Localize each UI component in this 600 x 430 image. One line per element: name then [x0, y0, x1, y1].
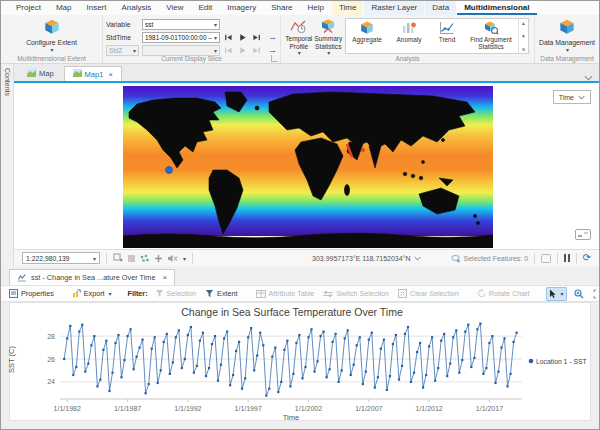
- contents-pane-label: Contents: [4, 68, 11, 266]
- anomaly-label: Anomaly: [397, 36, 422, 43]
- configure-extent-button[interactable]: Configure Extent ▾: [23, 17, 81, 54]
- play-slices-button[interactable]: [237, 32, 248, 43]
- temporal-profile-label: Temporal Profile: [284, 35, 314, 50]
- trend-label: Trend: [439, 36, 455, 43]
- group-label-analysis: Analysis: [281, 55, 534, 62]
- snapping-icon[interactable]: [140, 254, 150, 263]
- coordinates-readout[interactable]: 303.9957173°E 118.7152034°N: [312, 255, 421, 262]
- time-dropdown-label: Time: [559, 94, 574, 101]
- svg-text:1/1/2002: 1/1/2002: [295, 405, 322, 412]
- pause-drawing-icon[interactable]: [564, 254, 570, 262]
- select-mode-button[interactable]: ▾: [546, 287, 567, 301]
- scale-value: 1:222,980,139: [26, 255, 69, 262]
- dialog-launcher-icon[interactable]: [271, 55, 278, 62]
- filter-icon: [205, 289, 214, 298]
- ribbon-tab-bar: ProjectMapInsertAnalysisViewEditImageryS…: [1, 1, 599, 15]
- view-tab-map[interactable]: Map: [19, 66, 62, 81]
- group-data-management: Data Management ▾ Data Management: [535, 15, 599, 63]
- close-icon[interactable]: ×: [163, 273, 168, 282]
- filter-icon: [155, 289, 164, 298]
- step-z-forward-icon[interactable]: →: [268, 46, 277, 55]
- gallery-down-icon[interactable]: ▾: [522, 33, 525, 39]
- chevron-down-icon: ▾: [93, 255, 96, 262]
- previous-slice-button[interactable]: [223, 32, 234, 43]
- view-tab-map1-label: Map1: [85, 70, 104, 79]
- menu-tab-insert[interactable]: Insert: [79, 1, 113, 15]
- menu-tab-project[interactable]: Project: [9, 1, 48, 15]
- group-multidimensional-extent: Configure Extent ▾ Multidimensional Exte…: [1, 15, 103, 63]
- add-bookmark-icon[interactable]: [113, 253, 123, 263]
- group-current-display-slice: Variable sst ▾ StdTime 1981-09-01T00:00:…: [103, 15, 281, 63]
- sst-line-chart[interactable]: 2426281/1/19821/1/19871/1/19921/1/19971/…: [10, 303, 592, 420]
- stdz-label: StdZ: [109, 47, 123, 54]
- sst-raster-layer: [123, 86, 493, 248]
- contents-pane-tab[interactable]: Contents: [1, 64, 14, 266]
- menu-tab-map[interactable]: Map: [49, 1, 79, 15]
- summary-statistics-label: Summary Statistics: [314, 35, 344, 50]
- group-label-multidimensional-extent: Multidimensional Extent: [1, 55, 102, 62]
- grid-icon[interactable]: [127, 254, 136, 263]
- next-slice-button[interactable]: [251, 32, 262, 43]
- menu-tab-share[interactable]: Share: [264, 1, 299, 15]
- aggregate-button[interactable]: Aggregate: [346, 19, 388, 53]
- menu-tab-edit[interactable]: Edit: [191, 1, 219, 15]
- stdtime-value: 1981-09-01T00:00:00 –: [145, 34, 212, 41]
- clear-selection-button: Clear Selection: [396, 288, 461, 299]
- zoom-in-mode-button[interactable]: [572, 288, 586, 300]
- view-tab-map1[interactable]: Map1 ×: [64, 66, 122, 81]
- svg-text:24: 24: [47, 378, 55, 385]
- trend-button[interactable]: Trend: [430, 19, 464, 53]
- map-view[interactable]: Time: [14, 81, 599, 249]
- layout-icon[interactable]: [541, 254, 551, 263]
- svg-text:26: 26: [47, 356, 55, 363]
- attribute-table-button: Attribute Table: [254, 288, 317, 299]
- time-dropdown-button[interactable]: Time: [553, 90, 591, 104]
- menu-tab-view[interactable]: View: [159, 1, 190, 15]
- menu-tab-time[interactable]: Time: [332, 1, 363, 15]
- data-management-button[interactable]: Data Management ▾: [538, 17, 596, 54]
- scale-combobox[interactable]: 1:222,980,139 ▾: [22, 252, 100, 264]
- cube-icon: [558, 19, 576, 39]
- menu-tab-help[interactable]: Help: [301, 1, 331, 15]
- properties-icon: [9, 289, 18, 298]
- variable-combobox[interactable]: sst ▾: [142, 19, 220, 30]
- find-argument-statistics-button[interactable]: Find Argument Statistics: [464, 19, 518, 53]
- menu-tab-raster-layer[interactable]: Raster Layer: [364, 1, 424, 15]
- full-extent-button[interactable]: [591, 288, 600, 300]
- menu-tab-multidimensional[interactable]: Multidimensional: [457, 1, 536, 15]
- summary-statistics-button[interactable]: Summary Statistics ▾: [314, 17, 344, 57]
- filter-by-extent-button[interactable]: Extent: [203, 288, 239, 299]
- step-forward-icon[interactable]: →: [268, 33, 277, 42]
- chart-toolbar: Properties Export ▾ Filter: Selection Ex…: [1, 285, 599, 302]
- menu-tab-data[interactable]: Data: [425, 1, 456, 15]
- chevron-down-icon: ▾: [566, 47, 569, 54]
- close-icon[interactable]: ×: [108, 70, 113, 79]
- gallery-scrollbar[interactable]: ▴ ▾ ≡: [518, 19, 528, 53]
- cube-icon: [43, 19, 61, 39]
- properties-button[interactable]: Properties: [7, 288, 56, 299]
- menu-tab-analysis[interactable]: Analysis: [114, 1, 158, 15]
- svg-text:1/1/1987: 1/1/1987: [114, 405, 141, 412]
- chevron-down-icon: ▾: [50, 47, 53, 54]
- svg-text:1/1/1997: 1/1/1997: [235, 405, 262, 412]
- chevron-down-icon[interactable]: ▾: [183, 255, 186, 262]
- menu-tab-imagery[interactable]: Imagery: [220, 1, 263, 15]
- selected-features-status[interactable]: Selected Features: 0: [451, 254, 529, 263]
- map-overview-icon[interactable]: [575, 226, 591, 244]
- anomaly-button[interactable]: Anomaly: [388, 19, 430, 53]
- aggregate-label: Aggregate: [352, 36, 382, 43]
- temporal-profile-button[interactable]: Temporal Profile ▾: [284, 17, 314, 57]
- export-button[interactable]: Export ▾: [70, 288, 114, 299]
- gallery-expand-icon[interactable]: ≡: [522, 46, 525, 52]
- add-data-icon[interactable]: [154, 254, 163, 263]
- gallery-up-icon[interactable]: ▴: [522, 20, 525, 26]
- refresh-icon[interactable]: ⟳: [583, 253, 591, 263]
- map-status-bar: 1:222,980,139 ▾ ▾ 303.9957173°E 118.7152…: [14, 249, 599, 266]
- zoom-in-icon: [574, 289, 584, 299]
- trend-icon: [439, 21, 455, 36]
- chevron-down-icon: ▾: [109, 290, 112, 297]
- mute-sounds-icon[interactable]: [167, 254, 178, 263]
- chart-card[interactable]: Change in Sea Surface Temperature Over T…: [9, 302, 591, 421]
- stdtime-combobox[interactable]: 1981-09-01T00:00:00 – ▾: [142, 32, 220, 43]
- chart-tab[interactable]: sst - Change in Sea ...ature Over Time ×: [9, 269, 175, 285]
